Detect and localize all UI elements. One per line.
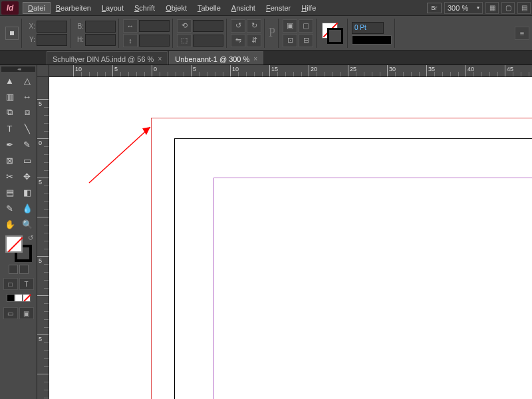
pencil-tool[interactable]: ✎	[19, 137, 35, 152]
scale-y-icon[interactable]: ↕	[123, 34, 138, 47]
apply-color-swatch[interactable]	[23, 294, 31, 302]
menu-hilfe[interactable]: Hilfe	[296, 2, 321, 14]
rotate-ccw-icon[interactable]: ↺	[231, 19, 245, 33]
close-icon[interactable]: ×	[158, 55, 162, 63]
scale-y-field[interactable]	[139, 35, 170, 47]
w-label: B:	[74, 23, 84, 30]
horizontal-ruler[interactable]: 105051015202530354045	[49, 65, 532, 77]
annotation-arrow	[84, 115, 164, 188]
panel-menu-icon[interactable]: ≡	[515, 27, 529, 40]
menu-layout[interactable]: Layout	[96, 2, 129, 14]
rectangle-tool[interactable]: ▭	[19, 153, 35, 168]
note-tool[interactable]: ✎	[2, 201, 18, 215]
menu-bar: Id DateiBearbeitenLayoutSchriftObjektTab…	[0, 0, 532, 16]
close-icon[interactable]: ×	[253, 55, 257, 63]
rotate-field[interactable]	[193, 20, 223, 32]
ruler-tick: 30	[387, 65, 388, 77]
preview-view-icon[interactable]: ▣	[19, 307, 34, 319]
formatting-container-icon[interactable]: □	[3, 278, 18, 290]
gap-tool[interactable]: ↔	[19, 89, 35, 104]
flip-horizontal-icon[interactable]: ⇋	[231, 34, 245, 47]
page-tool[interactable]: ▥	[2, 89, 18, 104]
ruler-tick: 25	[348, 65, 348, 77]
document-tab[interactable]: Schulflyer DIN A5.indd @ 56 %×	[47, 51, 168, 65]
ruler-tick: 5	[37, 334, 49, 335]
menu-objekt[interactable]: Objekt	[160, 2, 192, 14]
ruler-tick: 10	[230, 65, 231, 77]
hand-tool[interactable]: ✋	[2, 217, 18, 231]
ruler-tick: 35	[426, 65, 427, 77]
default-fill-stroke-icon[interactable]	[9, 265, 18, 274]
y-field[interactable]	[37, 34, 67, 46]
selection-tool[interactable]: ▲	[2, 73, 18, 88]
content-collector-tool[interactable]: ⧉	[2, 105, 18, 120]
fit-frame-icon[interactable]: ⊡	[283, 34, 297, 47]
vertical-ruler[interactable]: 50555	[37, 77, 49, 399]
menu-fenster[interactable]: Fenster	[261, 2, 296, 14]
shear-field[interactable]	[193, 35, 223, 47]
menu-tabelle[interactable]: Tabelle	[192, 2, 226, 14]
fit-content-icon[interactable]: ⊟	[299, 34, 313, 47]
rotate-cw-icon[interactable]: ↻	[247, 19, 261, 33]
flip-vertical-icon[interactable]: ⇵	[247, 34, 261, 47]
fill-stroke-swatch[interactable]: ↺	[5, 235, 32, 262]
shear-icon[interactable]: ⬚	[177, 34, 192, 47]
menu-ansicht[interactable]: Ansicht	[226, 2, 261, 14]
formatting-affects-icon[interactable]	[19, 265, 29, 274]
reference-point-icon[interactable]	[5, 27, 19, 40]
stroke-weight-field[interactable]: 0 Pt	[352, 22, 384, 34]
select-container-icon[interactable]: ▣	[283, 19, 297, 33]
formatting-text-icon[interactable]: T	[19, 278, 34, 290]
zoom-tool[interactable]: 🔍	[19, 217, 35, 231]
panel-collapse-handle[interactable]	[1, 66, 35, 72]
width-field[interactable]	[85, 21, 116, 33]
x-label: X:	[26, 23, 35, 30]
scale-x-icon[interactable]: ↔	[123, 19, 138, 33]
menu-schrift[interactable]: Schrift	[129, 2, 160, 14]
ruler-tick: 40	[466, 65, 466, 77]
scale-x-field[interactable]	[139, 20, 170, 32]
document-view: 105051015202530354045 50555	[37, 65, 532, 399]
menu-datei[interactable]: Datei	[23, 2, 51, 14]
x-field[interactable]	[37, 21, 67, 33]
free-transform-tool[interactable]: ✥	[19, 169, 35, 184]
select-content-icon[interactable]: ▢	[299, 19, 313, 33]
apply-color-swatch[interactable]	[15, 294, 23, 302]
arrange-documents-icon[interactable]: ▤	[517, 2, 531, 14]
type-tool[interactable]: T	[2, 121, 18, 136]
direct-selection-tool[interactable]: △	[19, 73, 35, 88]
fill-stroke-proxy[interactable]	[321, 21, 344, 45]
tab-label: Unbenannt-1 @ 300 %	[175, 55, 249, 63]
zoom-level-select[interactable]: 300 %	[444, 2, 483, 14]
zoom-value: 300 %	[448, 4, 468, 12]
height-field[interactable]	[85, 34, 116, 46]
menu-bearbeiten[interactable]: Bearbeiten	[51, 2, 96, 14]
rectangle-frame-tool[interactable]: ⊠	[2, 153, 18, 168]
fill-swatch[interactable]	[5, 235, 23, 253]
line-tool[interactable]: ╲	[19, 121, 35, 136]
ruler-tick: 20	[309, 65, 309, 77]
ruler-origin[interactable]	[37, 65, 49, 77]
pen-tool[interactable]: ✒	[2, 137, 18, 152]
y-label: Y:	[26, 36, 35, 43]
apply-color-swatch[interactable]	[7, 294, 15, 302]
view-options-icon[interactable]: ▦	[485, 2, 499, 14]
document-tabs: Schulflyer DIN A5.indd @ 56 %×Unbenannt-…	[0, 51, 532, 65]
stroke-style-select[interactable]	[352, 35, 392, 45]
eyedropper-tool[interactable]: 💧	[19, 201, 35, 215]
gradient-feather-tool[interactable]: ◧	[19, 185, 35, 200]
normal-view-icon[interactable]: ▭	[3, 307, 18, 319]
scissors-tool[interactable]: ✂	[2, 169, 18, 184]
paragraph-style-icon[interactable]: P	[269, 26, 275, 40]
content-placer-tool[interactable]: ⧈	[19, 105, 35, 120]
screen-mode-icon[interactable]: ▢	[501, 2, 515, 14]
ruler-tick: 5	[37, 99, 49, 100]
gradient-swatch-tool[interactable]: ▤	[2, 185, 18, 200]
rotate-icon[interactable]: ⟲	[177, 19, 192, 33]
pasteboard[interactable]	[49, 77, 532, 399]
ruler-tick	[37, 374, 49, 374]
bridge-button[interactable]: Br	[427, 3, 442, 13]
swap-fill-stroke-icon[interactable]: ↺	[28, 234, 33, 241]
ruler-tick	[37, 295, 49, 296]
document-tab[interactable]: Unbenannt-1 @ 300 %×	[169, 51, 263, 65]
